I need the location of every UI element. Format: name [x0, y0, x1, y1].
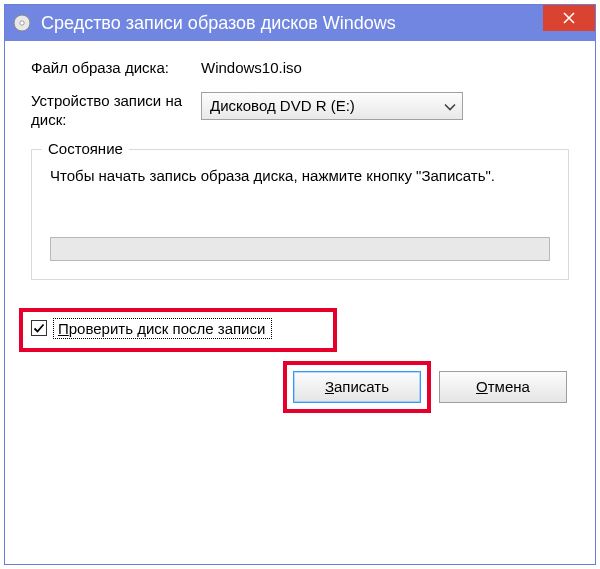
close-button[interactable] — [543, 5, 595, 31]
close-icon — [563, 12, 575, 24]
svg-point-1 — [20, 21, 24, 25]
burner-row: Устройство записи на диск: Дисковод DVD … — [31, 92, 569, 130]
burn-button[interactable]: Записать — [293, 371, 421, 403]
status-fieldset: Состояние Чтобы начать запись образа дис… — [31, 149, 569, 279]
window-title: Средство записи образов дисков Windows — [41, 13, 396, 34]
verify-label[interactable]: Проверить диск после записи — [53, 318, 272, 339]
burner-dropdown-value: Дисковод DVD R (E:) — [210, 97, 355, 114]
image-file-label: Файл образа диска: — [31, 59, 201, 78]
image-file-value: Windows10.iso — [201, 59, 569, 76]
burner-label: Устройство записи на диск: — [31, 92, 201, 130]
disc-burner-window: Средство записи образов дисков Windows Ф… — [4, 4, 596, 565]
image-file-row: Файл образа диска: Windows10.iso — [31, 59, 569, 78]
chevron-down-icon — [444, 97, 456, 114]
status-legend: Состояние — [42, 140, 129, 157]
burner-dropdown[interactable]: Дисковод DVD R (E:) — [201, 92, 463, 120]
disc-icon — [13, 14, 31, 32]
status-text: Чтобы начать запись образа диска, нажмит… — [50, 166, 550, 186]
content-area: Файл образа диска: Windows10.iso Устройс… — [5, 41, 595, 413]
verify-checkbox[interactable] — [31, 320, 47, 336]
cancel-button[interactable]: Отмена — [439, 371, 567, 403]
button-row: Записать Отмена — [31, 371, 569, 403]
checkmark-icon — [33, 322, 45, 334]
progress-bar — [50, 237, 550, 261]
titlebar: Средство записи образов дисков Windows — [5, 5, 595, 41]
verify-row: Проверить диск после записи — [31, 318, 569, 339]
